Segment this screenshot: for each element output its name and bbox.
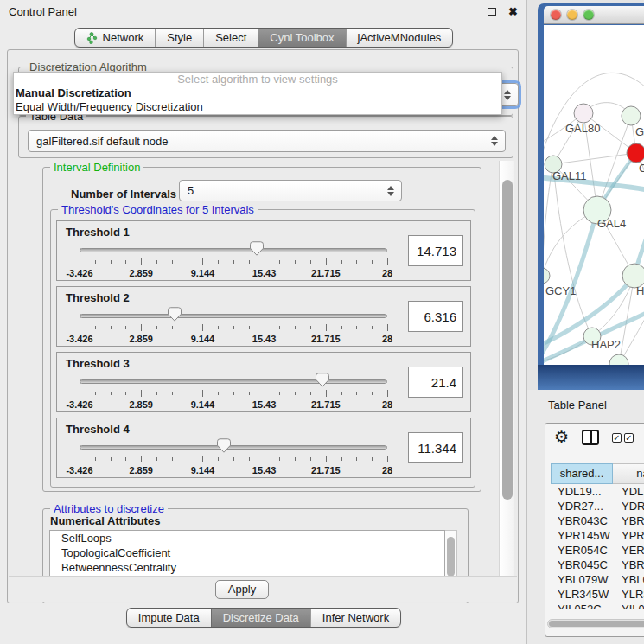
zoom-traffic-light-icon[interactable]: [583, 10, 594, 20]
threshold-value-field[interactable]: 21.4: [408, 367, 463, 398]
table-row[interactable]: YPR145WYPR1: [551, 528, 644, 543]
number-of-intervals-combobox[interactable]: 5: [179, 180, 402, 201]
network-node[interactable]: [627, 143, 644, 163]
panel-vertical-scrollbar[interactable]: [499, 161, 514, 602]
close-traffic-light-icon[interactable]: [551, 10, 561, 20]
network-node[interactable]: [622, 106, 641, 125]
combo-stepper-icon: [387, 186, 394, 196]
network-node-label: GAL4: [597, 217, 626, 230]
network-edge[interactable]: [553, 153, 636, 164]
table-toolbar: ⚙ ✓ ✓: [554, 429, 634, 446]
tab-cyni-toolbox[interactable]: Cyni Toolbox: [258, 29, 345, 47]
dropdown-option-manual[interactable]: Manual Discretization: [14, 86, 501, 100]
network-node-label: HAP2: [591, 338, 621, 351]
apply-button[interactable]: Apply: [215, 580, 269, 599]
table-row[interactable]: YBR043CYBR0: [551, 513, 644, 528]
split-column-icon[interactable]: [582, 430, 599, 445]
slider-tick: [218, 260, 219, 264]
slider-tick: [279, 326, 280, 329]
attribute-list-item[interactable]: SelfLoops: [50, 531, 444, 545]
close-icon[interactable]: ✖: [508, 5, 518, 18]
slider-tick: [111, 392, 112, 395]
tab-impute-data[interactable]: Impute Data: [127, 609, 211, 627]
attributes-list-scrollbar[interactable]: [445, 530, 457, 579]
tab-jactivemnodules[interactable]: jActiveMNodules: [346, 29, 453, 47]
tab-select[interactable]: Select: [203, 29, 258, 47]
column-header-shared-name[interactable]: shared...: [551, 463, 613, 484]
threshold-value-field[interactable]: 6.316: [408, 301, 463, 332]
minimize-traffic-light-icon[interactable]: [567, 10, 577, 20]
slider-tick: [279, 260, 280, 264]
network-node[interactable]: [574, 104, 593, 123]
combo-stepper-icon: [504, 90, 511, 100]
network-edge[interactable]: [597, 116, 631, 210]
slider-track[interactable]: [80, 445, 387, 450]
number-of-intervals-label: Number of Intervals: [71, 183, 176, 205]
network-window-titlebar: [544, 6, 644, 24]
table-row[interactable]: YBR045CYBR0: [551, 558, 644, 572]
slider-tick: [310, 392, 311, 395]
threshold-slider[interactable]: -3.4262.8599.14415.4321.71528: [80, 306, 387, 346]
numerical-attributes-label: Numerical Attributes: [50, 514, 160, 527]
attribute-list-item[interactable]: BetweennessCentrality: [50, 560, 444, 575]
threshold-value-field[interactable]: 14.713: [408, 235, 463, 266]
slider-track[interactable]: [80, 248, 387, 252]
table-row[interactable]: YIL052CYIL0: [551, 602, 644, 609]
tab-style[interactable]: Style: [155, 29, 203, 47]
slider-thumb[interactable]: [217, 438, 231, 453]
float-window-icon[interactable]: [488, 8, 496, 16]
network-canvas[interactable]: GAL80GACGAL11GAL4GCY1HAHAP2: [544, 25, 644, 365]
slider-tick: [80, 258, 80, 265]
slider-tick: [172, 260, 173, 264]
dropdown-option-equal-width[interactable]: Equal Width/Frequency Discretization: [14, 100, 501, 114]
table-horizontal-scrollbar[interactable]: [547, 619, 644, 628]
network-node[interactable]: [544, 268, 550, 284]
threshold-value-field[interactable]: 11.344: [408, 432, 463, 463]
threshold-label: Threshold 4: [66, 423, 130, 436]
slider-tick-label: 21.715: [311, 334, 341, 344]
slider-tick: [188, 457, 188, 461]
slider-tick-label: 21.715: [311, 465, 341, 475]
scrollbar-thumb[interactable]: [549, 621, 644, 627]
slider-track[interactable]: [80, 379, 387, 384]
checkbox-icon[interactable]: ✓: [624, 433, 634, 443]
slider-thumb[interactable]: [316, 373, 329, 387]
gear-icon[interactable]: ⚙: [554, 429, 569, 446]
slider-tick: [111, 260, 112, 264]
slider-tick: [341, 326, 342, 329]
algorithm-dropdown-popup: Select algorithm to view settings Manual…: [13, 72, 502, 115]
table-row[interactable]: YER054CYER0: [551, 543, 644, 558]
table-data-combobox[interactable]: galFiltered.sif default node: [28, 130, 506, 152]
threshold-slider[interactable]: -3.4262.8599.14415.4321.71528: [80, 240, 387, 280]
table-row[interactable]: YDL19...YDL1: [551, 484, 644, 499]
slider-thumb[interactable]: [250, 241, 264, 256]
slider-tick: [279, 457, 280, 461]
interval-definition-title: Interval Definition: [50, 161, 143, 174]
scrollbar-thumb[interactable]: [502, 180, 513, 500]
table-row[interactable]: YBL079WYBL0: [551, 572, 644, 587]
slider-tick-label: 28: [382, 399, 392, 410]
thresholds-title: Threshold's Coordinates for 5 Intervals: [58, 203, 258, 216]
checkbox-icon[interactable]: ✓: [612, 433, 622, 443]
scrollbar-thumb[interactable]: [447, 537, 455, 577]
table-row[interactable]: YLR345WYLR3: [551, 587, 644, 602]
slider-tick-labels: -3.4262.8599.14415.4321.71528: [80, 268, 387, 278]
attribute-list-item[interactable]: TopologicalCoefficient: [50, 545, 444, 560]
slider-tick: [202, 324, 203, 331]
tab-network[interactable]: Network: [75, 29, 156, 47]
network-node-label: C: [639, 162, 644, 175]
slider-thumb[interactable]: [168, 307, 182, 322]
threshold-slider[interactable]: -3.4262.8599.14415.4321.71528: [80, 437, 387, 477]
slider-tick: [295, 260, 296, 264]
table-row[interactable]: YDR27...YDR2: [551, 499, 644, 513]
slider-tick: [80, 456, 80, 462]
slider-track[interactable]: [80, 314, 387, 318]
tab-discretize-data[interactable]: Discretize Data: [211, 609, 310, 627]
column-header-name[interactable]: na: [613, 463, 644, 484]
numerical-attributes-list[interactable]: SelfLoopsTopologicalCoefficientBetweenne…: [49, 530, 445, 579]
network-node[interactable]: [609, 354, 628, 365]
threshold-slider[interactable]: -3.4262.8599.14415.4321.71528: [80, 372, 387, 411]
slider-tick-labels: -3.4262.8599.14415.4321.71528: [80, 465, 387, 475]
dropdown-prompt: Select algorithm to view settings: [14, 73, 501, 86]
tab-infer-network[interactable]: Infer Network: [310, 609, 400, 627]
